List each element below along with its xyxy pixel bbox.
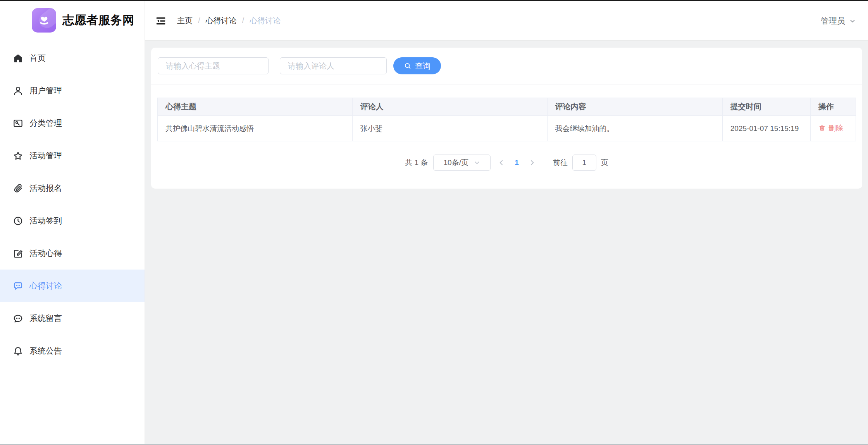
sidebar-item-label: 首页	[29, 53, 46, 64]
discussion-table-wrap: 心得主题评论人评论内容提交时间操作 共护佛山碧水清流活动感悟张小斐我会继续加油的…	[157, 98, 856, 141]
sidebar-item-label: 心得讨论	[29, 280, 62, 291]
column-header: 心得主题	[158, 98, 353, 116]
sidebar-item-notes-discussion[interactable]: 心得讨论	[0, 270, 145, 302]
user-icon	[13, 86, 23, 96]
bell-icon	[13, 346, 23, 356]
sidebar-item-label: 活动报名	[29, 183, 62, 194]
sidebar-item-system-announcements[interactable]: 系统公告	[0, 335, 145, 367]
star-icon	[13, 151, 23, 161]
chevron-left-icon[interactable]	[498, 159, 505, 167]
cell-content: 我会继续加油的。	[547, 116, 722, 141]
user-dropdown[interactable]: 管理员	[821, 15, 856, 26]
breadcrumb-separator: /	[242, 16, 245, 25]
sidebar-item-user-management[interactable]: 用户管理	[0, 74, 145, 107]
query-button[interactable]: 查询	[393, 57, 441, 74]
sidebar-item-activity-signup[interactable]: 活动报名	[0, 172, 145, 204]
table-header-row: 心得主题评论人评论内容提交时间操作	[158, 98, 856, 116]
cell-actions: 删除	[810, 116, 856, 141]
goto-page-input[interactable]	[572, 155, 596, 171]
column-header: 操作	[810, 98, 856, 116]
column-header: 评论人	[352, 98, 547, 116]
postcard-icon	[13, 118, 23, 129]
discussion-table: 心得主题评论人评论内容提交时间操作 共护佛山碧水清流活动感悟张小斐我会继续加油的…	[157, 98, 856, 141]
column-header: 提交时间	[722, 98, 810, 116]
breadcrumb-item[interactable]: 心得讨论	[206, 15, 237, 26]
table-row: 共护佛山碧水清流活动感悟张小斐我会继续加油的。2025-01-07 15:15:…	[158, 116, 856, 141]
sidebar-item-activity-checkin[interactable]: 活动签到	[0, 204, 145, 237]
cell-time: 2025-01-07 15:15:19	[722, 116, 810, 141]
breadcrumb-item[interactable]: 主页	[177, 15, 193, 26]
table-body: 共护佛山碧水清流活动感悟张小斐我会继续加油的。2025-01-07 15:15:…	[158, 116, 856, 141]
content-card: 查询 心得主题评论人评论内容提交时间操作 共护佛山碧水清流活动感悟张小斐我会继续…	[151, 48, 862, 189]
chevron-down-icon	[849, 17, 856, 25]
breadcrumb-item: 心得讨论	[250, 15, 281, 26]
chevron-right-icon[interactable]	[528, 159, 536, 167]
cell-reviewer: 张小斐	[352, 116, 547, 141]
sidebar-item-system-messages[interactable]: 系统留言	[0, 302, 145, 335]
search-icon	[404, 62, 412, 70]
page-size-value: 10条/页	[444, 158, 468, 168]
breadcrumb: 主页/心得讨论/心得讨论	[177, 15, 281, 26]
query-button-label: 查询	[415, 61, 431, 71]
sidebar: 志愿者服务网 首页用户管理分类管理活动管理活动报名活动签到活动心得心得讨论系统留…	[0, 0, 145, 445]
logo: 志愿者服务网	[0, 0, 145, 41]
topic-search-input[interactable]	[158, 57, 269, 74]
user-name: 管理员	[821, 15, 845, 26]
sidebar-item-label: 系统留言	[29, 313, 62, 324]
delete-label: 删除	[828, 123, 843, 133]
chat-square-dots-icon	[13, 281, 23, 291]
site-title: 志愿者服务网	[62, 12, 134, 28]
pagination: 共 1 条 10条/页 1 前往 页	[151, 155, 862, 171]
sidebar-item-label: 系统公告	[29, 345, 62, 356]
window-top-edge	[0, 0, 868, 1]
goto-suffix: 页	[601, 158, 608, 168]
sidebar-item-activity-management[interactable]: 活动管理	[0, 139, 145, 172]
search-bar: 查询	[151, 48, 862, 74]
top-header: 主页/心得讨论/心得讨论 管理员	[145, 1, 868, 41]
sidebar-item-label: 活动管理	[29, 150, 62, 161]
clock-icon	[13, 216, 23, 226]
reviewer-search-input[interactable]	[280, 57, 387, 74]
sidebar-item-label: 活动签到	[29, 215, 62, 226]
paperclip-icon	[13, 183, 23, 194]
fold-menu-icon[interactable]	[155, 15, 167, 27]
sidebar-item-label: 活动心得	[29, 248, 62, 259]
section-divider	[151, 84, 862, 84]
home-icon	[13, 53, 23, 64]
sidebar-item-label: 分类管理	[29, 118, 62, 129]
delete-button[interactable]: 删除	[818, 123, 843, 133]
sidebar-item-label: 用户管理	[29, 85, 62, 96]
chevron-down-icon	[474, 159, 480, 166]
column-header: 评论内容	[547, 98, 722, 116]
sidebar-item-category-management[interactable]: 分类管理	[0, 107, 145, 139]
goto-label: 前往	[553, 158, 568, 168]
edit-square-icon	[13, 248, 23, 259]
sidebar-item-home[interactable]: 首页	[0, 42, 145, 74]
cell-topic: 共护佛山碧水清流活动感悟	[158, 116, 353, 141]
sidebar-item-activity-notes[interactable]: 活动心得	[0, 237, 145, 270]
page-size-select[interactable]: 10条/页	[433, 155, 491, 171]
hand-heart-icon	[32, 8, 56, 33]
breadcrumb-separator: /	[198, 16, 200, 25]
goto-page: 前往 页	[553, 155, 608, 171]
total-count: 共 1 条	[405, 158, 428, 168]
app-window: 志愿者服务网 首页用户管理分类管理活动管理活动报名活动签到活动心得心得讨论系统留…	[0, 0, 868, 445]
chat-round-dots-icon	[13, 313, 23, 324]
page-number-1[interactable]: 1	[512, 158, 521, 167]
sidebar-menu: 首页用户管理分类管理活动管理活动报名活动签到活动心得心得讨论系统留言系统公告	[0, 41, 145, 367]
trash-icon	[818, 124, 826, 132]
